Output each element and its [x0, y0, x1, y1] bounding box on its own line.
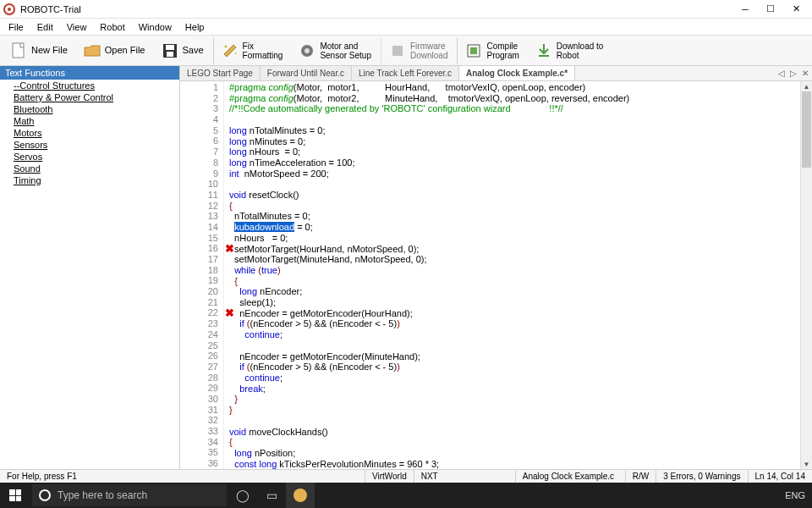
scroll-down-icon[interactable]: ▼ — [801, 459, 812, 469]
svg-rect-2 — [166, 45, 174, 50]
svg-point-4 — [224, 45, 227, 47]
toolbar: New File Open File Save Fix Formatting M… — [0, 36, 812, 66]
sidebar-item[interactable]: Timing — [0, 174, 179, 186]
compile-icon — [464, 41, 483, 60]
status-nxt: NXT — [414, 470, 516, 483]
sidebar-item[interactable]: Sound — [0, 163, 179, 174]
motor-sensor-label: Motor and Sensor Setup — [320, 41, 371, 60]
status-bar: For Help, press F1 VirtWorld NXT Analog … — [0, 469, 812, 483]
menu-view[interactable]: View — [60, 20, 94, 34]
status-filename: Analog Clock Example.c — [516, 470, 626, 483]
download-label: Download to Robot — [557, 41, 604, 60]
tab-next-icon[interactable]: ▷ — [790, 69, 797, 78]
maximize-button[interactable]: ☐ — [758, 1, 783, 18]
code-area[interactable]: #pragma config(Motor, motor1, HourHand, … — [224, 81, 800, 469]
download-icon — [535, 41, 553, 60]
vertical-scrollbar[interactable]: ▲ ▼ — [800, 81, 812, 469]
taskbar: Type here to search ◯ ▭ ENG — [0, 483, 812, 508]
wand-icon — [221, 41, 239, 60]
minimize-button[interactable]: ─ — [732, 1, 758, 18]
start-button[interactable] — [0, 483, 30, 508]
sidebar-item[interactable]: Battery & Power Control — [0, 91, 179, 103]
status-rw: R/W — [626, 470, 656, 483]
status-errors: 3 Errors, 0 Warnings — [656, 470, 748, 483]
menu-window[interactable]: Window — [132, 20, 178, 34]
error-marker-icon[interactable]: ✖ — [225, 306, 234, 319]
tab-prev-icon[interactable]: ◁ — [778, 69, 785, 78]
chip-icon — [388, 41, 407, 60]
firmware-label: Firmware Download — [410, 41, 447, 60]
open-file-button[interactable]: Open File — [77, 37, 151, 64]
taskview-icon[interactable]: ▭ — [257, 483, 286, 508]
svg-rect-0 — [13, 43, 24, 58]
sidebar-item[interactable]: Sensors — [0, 139, 179, 151]
sidebar-item[interactable]: Math — [0, 115, 179, 127]
status-virtworld: VirtWorld — [365, 470, 414, 483]
status-cursor: Ln 14, Col 14 — [749, 470, 813, 483]
close-button[interactable]: ✕ — [783, 1, 809, 18]
menu-edit[interactable]: Edit — [30, 20, 60, 34]
save-icon — [161, 41, 179, 60]
download-robot-button[interactable]: Download to Robot — [529, 37, 610, 64]
scroll-thumb[interactable] — [802, 91, 811, 168]
title-bar: ROBOTC-Trial ─ ☐ ✕ — [0, 0, 812, 19]
svg-point-5 — [235, 52, 237, 54]
sidebar-item[interactable]: Bluetooth — [0, 103, 179, 115]
svg-rect-3 — [167, 52, 173, 57]
folder-open-icon — [83, 41, 102, 60]
tab-close-icon[interactable]: ✕ — [802, 69, 809, 78]
scroll-up-icon[interactable]: ▲ — [801, 81, 812, 91]
search-icon — [39, 489, 51, 501]
fix-formatting-label: Fix Formatting — [243, 41, 283, 60]
editor-tab[interactable]: Line Track Left Forever.c — [352, 66, 459, 80]
motor-sensor-button[interactable]: Motor and Sensor Setup — [292, 37, 377, 64]
line-gutter: 12345678910111213141516✖171819202122✖232… — [180, 81, 224, 469]
fix-formatting-button[interactable]: Fix Formatting — [213, 37, 289, 64]
save-button[interactable]: Save — [155, 37, 210, 64]
open-file-label: Open File — [105, 45, 145, 55]
save-label: Save — [183, 45, 204, 55]
window-title: ROBOTC-Trial — [20, 4, 732, 14]
sidebar-item[interactable]: --Control Structures — [0, 80, 179, 91]
menu-robot[interactable]: Robot — [93, 20, 131, 34]
editor-tab[interactable]: LEGO Start Page — [180, 66, 261, 80]
svg-rect-10 — [470, 47, 477, 54]
sidebar-header: Text Functions — [0, 66, 179, 80]
editor-tabs: LEGO Start PageForward Until Near.cLine … — [180, 66, 812, 81]
taskbar-app-robotc[interactable] — [286, 483, 315, 508]
taskbar-lang[interactable]: ENG — [778, 490, 812, 500]
menu-bar: FileEditViewRobotWindowHelp — [0, 19, 812, 36]
cortana-icon[interactable]: ◯ — [228, 483, 257, 508]
compile-button[interactable]: Compile Program — [457, 37, 524, 64]
menu-help[interactable]: Help — [178, 20, 211, 34]
editor-tab[interactable]: Forward Until Near.c — [261, 66, 352, 80]
windows-icon — [9, 489, 21, 501]
sidebar-item[interactable]: Motors — [0, 127, 179, 139]
search-placeholder: Type here to search — [58, 489, 147, 501]
status-help: For Help, press F1 — [0, 470, 365, 483]
svg-point-7 — [304, 48, 310, 53]
compile-label: Compile Program — [486, 41, 518, 60]
sidebar-item[interactable]: Servos — [0, 151, 179, 163]
editor-tab[interactable]: Analog Clock Example.c* — [459, 66, 575, 80]
svg-rect-8 — [392, 46, 403, 56]
app-icon — [3, 3, 15, 15]
new-file-label: New File — [31, 45, 68, 55]
menu-file[interactable]: File — [2, 20, 30, 34]
sidebar: Text Functions --Control StructuresBatte… — [0, 66, 180, 469]
new-file-icon — [9, 41, 28, 60]
svg-rect-11 — [539, 55, 549, 57]
firmware-download-button[interactable]: Firmware Download — [381, 37, 453, 64]
new-file-button[interactable]: New File — [3, 37, 74, 64]
error-marker-icon[interactable]: ✖ — [225, 242, 234, 255]
gear-icon — [298, 41, 316, 60]
taskbar-search[interactable]: Type here to search — [32, 484, 227, 506]
